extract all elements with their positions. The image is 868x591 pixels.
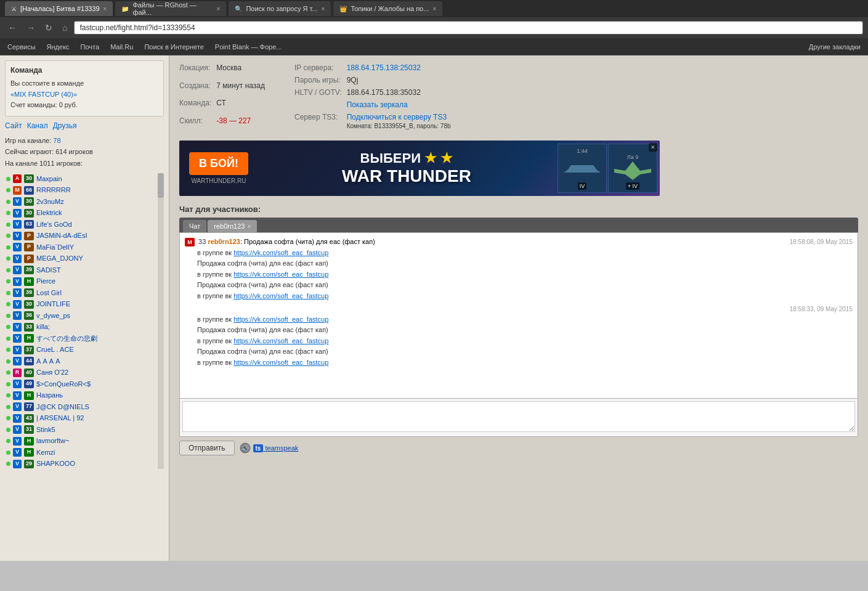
player-name[interactable]: Maxpain xyxy=(36,174,62,184)
tab-close-fight[interactable]: × xyxy=(103,6,107,12)
player-name[interactable]: 2v3nuMz xyxy=(36,197,64,207)
skill-label: Скилл: xyxy=(179,115,216,132)
back-button[interactable]: ← xyxy=(5,22,20,34)
player-item: V30Elektrick xyxy=(5,207,164,219)
tab-close-search[interactable]: × xyxy=(322,6,325,12)
chat-link-5[interactable]: https://vk.com/soft_eac_fastcup xyxy=(233,337,328,344)
browser-nav: ← → ↻ ⌂ fastcup.net/fight.html?id=133395… xyxy=(0,17,868,38)
bookmark-servisy[interactable]: Сервисы xyxy=(5,42,38,52)
ad-close-button[interactable]: ✕ xyxy=(649,143,657,152)
player-name[interactable]: killa; xyxy=(36,322,50,332)
player-name[interactable]: Elektrick xyxy=(36,208,62,218)
player-status-dot xyxy=(6,450,10,455)
player-item: V63Life's GoOd xyxy=(5,219,164,230)
player-type-badge: V xyxy=(13,334,22,343)
chat-tab-user-close[interactable]: × xyxy=(247,223,251,230)
forward-button[interactable]: → xyxy=(23,22,38,34)
games-link[interactable]: 78 xyxy=(53,137,60,144)
chat-link-4[interactable]: https://vk.com/soft_eac_fastcup xyxy=(233,316,328,323)
player-item: M66RRRRRRR xyxy=(5,184,164,196)
player-status-dot xyxy=(6,279,10,283)
chat-input[interactable] xyxy=(182,401,855,432)
send-button[interactable]: Отправить xyxy=(179,441,235,455)
reload-button[interactable]: ↻ xyxy=(42,22,55,34)
tab-rghost[interactable]: 📁 Файлы — RGhost — фай... × xyxy=(115,1,226,16)
ad-left: В БОЙ! WARTHUNDER.RU xyxy=(179,146,258,190)
bookmark-yandex[interactable]: Яндекс xyxy=(44,42,72,52)
player-type-badge: V xyxy=(13,448,22,457)
player-name[interactable]: J@CK D@NIELS xyxy=(36,402,89,412)
player-name[interactable]: Stink5 xyxy=(36,425,55,435)
player-name[interactable]: JASMiN-dA-dEsI xyxy=(36,230,87,241)
chat-tab-user[interactable]: reb0rn123 × xyxy=(208,220,257,232)
player-name[interactable]: Саня О'22 xyxy=(36,367,68,378)
chat-timestamp: 18:58:08, 09 May 2015 xyxy=(790,237,853,247)
chat-username[interactable]: reb0rn123 xyxy=(208,238,240,245)
player-rank-badge: 30 xyxy=(24,300,34,309)
ts-icon-badge: ts xyxy=(253,444,264,452)
chat-msg-author: M 33 reb0rn123: Продажа софта (чита) для… xyxy=(185,237,375,248)
bookmark-search[interactable]: Поиск в Интернете xyxy=(142,42,206,52)
tab-favicon-fight: ⚔ xyxy=(11,6,17,12)
chat-msg-text-inline: Продажа софта (чита) для еас (фаст кап) xyxy=(244,238,375,245)
player-name[interactable]: | ARSENAL | 92 xyxy=(36,413,84,423)
sidebar-nav-friends[interactable]: Друзья xyxy=(53,121,77,130)
player-type-badge: V xyxy=(13,277,22,286)
player-rank-badge: H xyxy=(24,448,34,457)
sidebar-scrollbar[interactable] xyxy=(158,173,164,469)
bookmark-mail[interactable]: Почта xyxy=(78,42,102,52)
ts-name: teamspeak xyxy=(265,444,298,452)
chat-link-1[interactable]: https://vk.com/soft_eac_fastcup xyxy=(233,249,328,256)
tab-fight[interactable]: ⚔ [Началась] Битва #13339 × xyxy=(5,1,113,16)
player-name[interactable]: lavmorftw~ xyxy=(36,436,70,446)
player-name[interactable]: CrueL . ACE xyxy=(36,344,74,355)
skill-value: -38 — 227 xyxy=(216,115,270,132)
ip-value[interactable]: 188.64.175.138:25032 xyxy=(347,63,421,72)
chat-tab-main[interactable]: Чат xyxy=(183,220,206,232)
chat-link-3[interactable]: https://vk.com/soft_eac_fastcup xyxy=(233,292,328,300)
bookmark-pointblank[interactable]: Point Blank — Форе... xyxy=(213,42,285,52)
teamspeak-label[interactable]: ts teamspeak xyxy=(253,444,299,452)
player-name[interactable]: Life's GoOd xyxy=(36,219,72,230)
player-name[interactable]: RRRRRRR xyxy=(36,185,71,195)
ad-tank-icon xyxy=(564,155,601,180)
player-name[interactable]: MEGA_DJONY xyxy=(36,253,83,264)
player-status-dot xyxy=(6,416,10,420)
player-name[interactable]: MaFia`DelIY xyxy=(36,242,74,253)
tab-close-topics[interactable]: × xyxy=(432,6,436,12)
hltv-label: HLTV / GOTV: xyxy=(294,86,347,99)
team-link[interactable]: «MIX FASTCUP (40)» xyxy=(10,91,77,98)
ad-banner: В БОЙ! WARTHUNDER.RU ВЫБЕРИ ★ ★ WAR THUN… xyxy=(179,141,660,196)
tab-search[interactable]: 🔍 Поиск по запросу Я т... × xyxy=(229,1,331,16)
player-name[interactable]: すべての生命の悲劇 xyxy=(36,333,97,344)
player-name[interactable]: Назрань xyxy=(36,390,63,401)
sidebar-nav-channel[interactable]: Канал xyxy=(27,121,48,130)
address-bar[interactable]: fastcup.net/fight.html?id=13339554 xyxy=(74,21,863,35)
player-name[interactable]: SHAPKOOO xyxy=(36,459,75,469)
player-name[interactable]: JOINTLIFE xyxy=(36,299,70,309)
player-name[interactable]: Kemzi xyxy=(36,447,55,458)
chat-link-2[interactable]: https://vk.com/soft_eac_fastcup xyxy=(233,271,328,278)
sidebar-nav-site[interactable]: Сайт xyxy=(5,121,22,130)
bookmark-other[interactable]: Другие закладки xyxy=(806,42,863,52)
ts3-connect-link[interactable]: Подключиться к серверу TS3 xyxy=(347,113,447,121)
player-status-dot xyxy=(6,268,10,272)
tab-topics[interactable]: 👑 Топики / Жалобы на по... × xyxy=(333,1,442,16)
mirror-link[interactable]: Показать зеркала xyxy=(347,100,408,109)
player-name[interactable]: v_dywe_ps xyxy=(36,311,70,321)
ad-play-button[interactable]: В БОЙ! xyxy=(189,152,248,175)
player-name[interactable]: А А А А xyxy=(36,356,60,367)
home-button[interactable]: ⌂ xyxy=(59,22,70,34)
player-rank-badge: 66 xyxy=(24,186,34,195)
player-name[interactable]: Pierce xyxy=(36,276,55,287)
tab-close-rghost[interactable]: × xyxy=(217,6,221,12)
player-name[interactable]: $>ConQueRoR<$ xyxy=(36,379,91,389)
chat-link-6[interactable]: https://vk.com/soft_eac_fastcup xyxy=(233,359,328,366)
player-name[interactable]: Lost Girl xyxy=(36,288,62,298)
tab-favicon-rghost: 📁 xyxy=(121,6,129,12)
teamspeak-icon[interactable]: 🔊 ts teamspeak xyxy=(240,442,299,454)
bookmark-mailru[interactable]: Mail.Ru xyxy=(108,42,136,52)
player-name[interactable]: SADIST xyxy=(36,265,61,275)
sidebar-scroll-thumb[interactable] xyxy=(158,173,164,198)
chat-msg-body: в группе вк https://vk.com/soft_eac_fast… xyxy=(197,248,853,302)
